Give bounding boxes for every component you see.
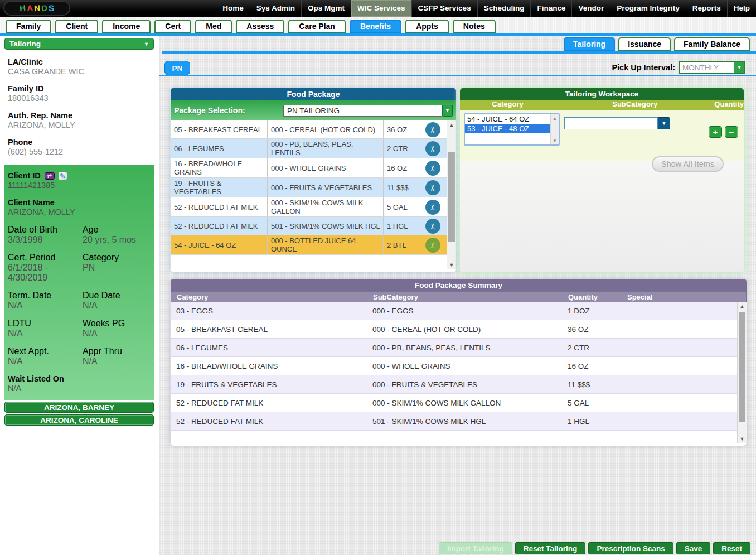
workspace-subcategory-select[interactable]: ▼ — [564, 117, 670, 129]
reset-tailoring-button[interactable]: Reset Tailoring — [515, 542, 586, 554]
scroll-up-icon[interactable]: ▲ — [447, 120, 456, 129]
nav-scheduling[interactable]: Scheduling — [477, 0, 531, 17]
scroll-down-icon[interactable]: ▼ — [551, 137, 559, 144]
fp-category: 19 - FRUITS & VEGETABLES — [171, 178, 268, 197]
chevron-down-icon[interactable]: ▼ — [442, 105, 453, 117]
phone-label: Phone — [8, 138, 151, 147]
scroll-up-icon[interactable]: ▲ — [738, 302, 747, 311]
pickup-interval-select[interactable]: MONTHLY ▼ — [679, 61, 745, 74]
sum-quantity: 2 CTR — [564, 339, 623, 356]
prescription-scans-button[interactable]: Prescription Scans — [588, 542, 673, 554]
tab-family[interactable]: Family — [6, 20, 51, 33]
client-name-value: ARIZONA, MOLLY — [8, 207, 151, 217]
tab-notes[interactable]: Notes — [453, 20, 496, 33]
category-option[interactable]: 54 - JUICE - 64 OZ — [465, 114, 550, 124]
subtab-issuance[interactable]: Issuance — [618, 37, 671, 51]
nav-sys-admin[interactable]: Sys Admin — [250, 0, 301, 17]
tailor-scissors-button[interactable]: ✂ — [425, 122, 440, 137]
tailor-scissors-button[interactable]: ✂ — [425, 200, 440, 215]
quantity-decrease-button[interactable]: − — [725, 126, 738, 138]
listbox-scrollbar[interactable]: ▲ ▼ — [550, 114, 559, 144]
sum-special — [623, 302, 737, 320]
sum-quantity: 11 $$$ — [564, 375, 623, 393]
tab-income[interactable]: Income — [102, 20, 151, 33]
family-member-button-caroline[interactable]: ARIZONA, CAROLINE — [4, 414, 154, 426]
term-date-value: N/A — [8, 301, 83, 311]
nav-ops-mgmt[interactable]: Ops Mgmt — [301, 0, 351, 17]
wait-listed-value: N/A — [8, 384, 151, 393]
tab-cert[interactable]: Cert — [154, 20, 191, 33]
subtab-tailoring[interactable]: Tailoring — [564, 37, 615, 51]
food-package-row[interactable]: 16 - BREAD/WHOLE GRAINS 000 - WHOLE GRAI… — [171, 158, 447, 178]
tab-client[interactable]: Client — [55, 20, 98, 33]
summary-row: 03 - EGGS 000 - EGGS 1 DOZ — [171, 302, 737, 320]
category-option-selected[interactable]: 53 - JUICE - 48 OZ — [465, 124, 550, 133]
quantity-increase-button[interactable]: + — [709, 126, 722, 138]
fp-subcategory: 000 - PB, BEANS, PEAS, LENTILS — [268, 139, 384, 158]
summary-col-subcategory: SubCategory — [370, 293, 565, 301]
client-id-value: 11111421385 — [8, 181, 151, 190]
tailor-scissors-button[interactable]: ✂ — [425, 141, 440, 156]
save-button[interactable]: Save — [676, 542, 711, 554]
client-switch-icon[interactable]: ⇄ — [45, 172, 55, 180]
summary-row: 16 - BREAD/WHOLE GRAINS 000 - WHOLE GRAI… — [171, 357, 737, 375]
food-package-table: 05 - BREAKFAST CEREAL 000 - CEREAL (HOT … — [171, 120, 447, 255]
subtab-family-balance[interactable]: Family Balance — [674, 37, 750, 51]
tailor-scissors-button[interactable]: ✂ — [425, 180, 440, 195]
sum-category: 06 - LEGUMES — [171, 339, 369, 356]
sidebar-section-dropdown[interactable]: Tailoring ▼ — [4, 38, 154, 50]
pn-tab-underline — [159, 75, 756, 76]
nav-home[interactable]: Home — [216, 0, 250, 17]
sum-category: 03 - EGGS — [171, 302, 369, 320]
nav-program-integrity[interactable]: Program Integrity — [610, 0, 686, 17]
food-package-row[interactable]: 06 - LEGUMES 000 - PB, BEANS, PEAS, LENT… — [171, 139, 447, 158]
reset-button[interactable]: Reset — [713, 542, 750, 554]
hands-logo[interactable]: H A N D S — [3, 1, 70, 16]
food-package-scrollbar[interactable]: ▲ ▼ — [447, 120, 456, 269]
fp-subcategory: 000 - SKIM/1% COWS MILK GALLON — [268, 197, 384, 216]
category-value: PN — [83, 263, 151, 273]
nav-csfp-services[interactable]: CSFP Services — [411, 0, 477, 17]
workspace-category-listbox[interactable]: 54 - JUICE - 64 OZ 53 - JUICE - 48 OZ ▲ … — [464, 113, 560, 146]
logo-letter: D — [41, 3, 47, 13]
nav-finance[interactable]: Finance — [530, 0, 571, 17]
nav-reports[interactable]: Reports — [686, 0, 727, 17]
nav-wic-services[interactable]: WIC Services — [351, 0, 411, 17]
food-package-row-selected[interactable]: 54 - JUICE - 64 OZ 000 - BOTTLED JUICE 6… — [171, 235, 447, 255]
chevron-down-icon[interactable]: ▼ — [658, 117, 670, 129]
food-package-row[interactable]: 52 - REDUCED FAT MILK 000 - SKIM/1% COWS… — [171, 197, 447, 217]
package-selection-label: Package Selection: — [174, 106, 283, 115]
chevron-down-icon[interactable]: ▼ — [734, 62, 744, 73]
client-category-tab-pn[interactable]: PN — [164, 61, 190, 75]
sum-special — [623, 357, 737, 375]
food-package-row[interactable]: 19 - FRUITS & VEGETABLES 000 - FRUITS & … — [171, 178, 447, 197]
family-member-button-barney[interactable]: ARIZONA, BARNEY — [4, 402, 154, 413]
package-selection-select[interactable]: PN TAILORING ▼ — [283, 105, 453, 117]
tab-benefits[interactable]: Benefits — [350, 20, 401, 33]
fp-category: 06 - LEGUMES — [171, 139, 268, 158]
module-tab-strip: Family Client Income Cert Med Assess Car… — [0, 17, 756, 33]
tab-assess[interactable]: Assess — [236, 20, 284, 33]
sum-subcategory: 000 - SKIM/1% COWS MILK GALLON — [369, 394, 564, 412]
show-all-items-button[interactable]: Show All Items — [652, 156, 724, 172]
tailor-scissors-button[interactable]: ✂ — [425, 161, 440, 176]
summary-scrollbar[interactable]: ▲ ▼ — [737, 302, 747, 443]
tab-med[interactable]: Med — [195, 20, 232, 33]
package-selection-value: PN TAILORING — [283, 105, 442, 117]
scrollbar-thumb[interactable] — [448, 152, 455, 242]
edit-client-icon[interactable]: ✎ — [59, 172, 67, 180]
food-package-row[interactable]: 52 - REDUCED FAT MILK 501 - SKIM/1% COWS… — [171, 217, 447, 235]
wic-application-window: H A N D S Home Sys Admin Ops Mgmt WIC Se… — [0, 0, 756, 555]
scroll-down-icon[interactable]: ▼ — [447, 260, 456, 269]
scrollbar-thumb[interactable] — [739, 312, 745, 422]
scroll-up-icon[interactable]: ▲ — [551, 114, 559, 122]
weeks-pg-value: N/A — [83, 329, 151, 339]
food-package-row[interactable]: 05 - BREAKFAST CEREAL 000 - CEREAL (HOT … — [171, 120, 447, 139]
tab-care-plan[interactable]: Care Plan — [288, 20, 346, 33]
nav-vendor[interactable]: Vendor — [571, 0, 610, 17]
tailor-scissors-button[interactable]: ✂ — [425, 219, 440, 234]
nav-help[interactable]: Help — [727, 0, 756, 17]
scroll-down-icon[interactable]: ▼ — [738, 435, 747, 443]
tab-appts[interactable]: Appts — [405, 20, 449, 33]
tailor-scissors-button-active[interactable]: ✂ — [425, 238, 440, 253]
